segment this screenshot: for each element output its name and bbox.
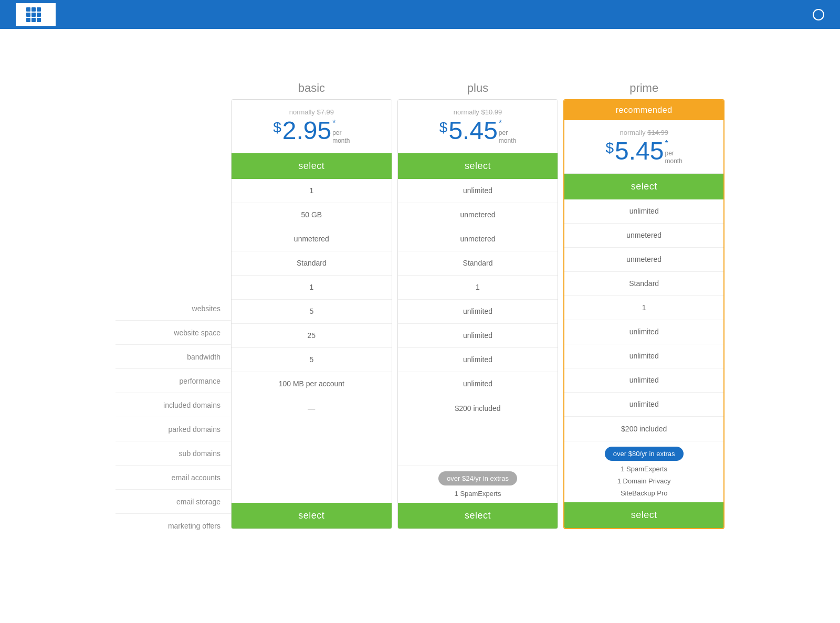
feature-cell-basic-4: 1 [232,276,392,300]
plan-pricing-plus: normally $10.99$5.45*permonth [398,100,558,153]
feature-cell-basic-8: 100 MB per account [232,372,392,396]
feature-cell-plus-1: unmetered [398,203,558,227]
extras-item-plus-0: 1 SpamExperts [455,490,501,498]
feature-cell-basic-6: 25 [232,324,392,348]
plan-col-basic: basicnormally $7.99$2.95*permonthselect1… [231,76,392,529]
plan-extras-plus: over $24/yr in extras1 SpamExperts [398,466,558,498]
feature-cell-plus-9: $200 included [398,396,558,420]
plan-box-plus: normally $10.99$5.45*permonthselectunlim… [397,99,559,529]
price-amount-plus: 5.45 [448,118,497,143]
select-button-bottom-prime[interactable]: select [564,502,723,528]
feature-cell-prime-9: $200 included [564,417,723,441]
site-header [0,0,840,29]
select-button-bottom-basic[interactable]: select [232,503,392,529]
feature-cell-prime-2: unmetered [564,248,723,272]
feature-label-websites: websites [116,297,231,321]
select-button-top-plus[interactable]: select [398,153,558,179]
feature-cell-prime-1: unmetered [564,224,723,248]
feature-cell-plus-2: unmetered [398,227,558,251]
feature-label-marketing-offers: marketing offers [116,514,231,538]
feature-cell-basic-3: Standard [232,251,392,276]
plan-box-basic: normally $7.99$2.95*permonthselect150 GB… [231,99,392,529]
feature-cell-basic-5: 5 [232,300,392,324]
select-button-top-prime[interactable]: select [564,174,723,199]
feature-cell-prime-4: 1 [564,296,723,320]
plan-features-plus: unlimitedunmeteredunmeteredStandard1unli… [398,179,558,466]
plan-pricing-prime: normally $14.99$5.45*permonth [564,120,723,174]
extras-badge-prime: over $80/yr in extras [605,447,684,461]
plan-header-plus: plus [397,76,559,99]
select-button-top-basic[interactable]: select [232,153,392,179]
feature-label-website-space: website space [116,321,231,345]
logo-area [16,3,56,26]
plan-normally-plus: normally $10.99 [403,108,553,116]
plan-normally-basic: normally $7.99 [237,108,386,116]
feature-cell-plus-0: unlimited [398,179,558,203]
feature-labels-column: websiteswebsite spacebandwidthperformanc… [116,76,231,538]
plan-name-basic: basic [231,76,392,99]
plan-features-prime: unlimitedunmeteredunmeteredStandard1unli… [564,199,723,441]
plan-extras-prime: over $80/yr in extras1 SpamExperts1 Doma… [564,441,723,497]
chat-button[interactable] [810,9,824,20]
plans-wrapper: websiteswebsite spacebandwidthperformanc… [116,76,724,538]
plan-features-basic: 150 GBunmeteredStandard15255100 MB per a… [232,179,392,498]
feature-cell-prime-3: Standard [564,272,723,296]
price-suffix-plus: *permonth [499,118,516,147]
feature-label-performance: performance [116,369,231,393]
plan-header-basic: basic [231,76,392,99]
feature-label-bandwidth: bandwidth [116,345,231,369]
price-amount-basic: 2.95 [282,118,331,143]
dollar-sign-basic: $ [273,120,281,135]
feature-label-sub-domains: sub domains [116,441,231,466]
extras-item-prime-2: SiteBackup Pro [621,489,668,497]
plan-box-prime: recommendednormally $14.99$5.45*permonth… [563,99,724,529]
feature-cell-plus-8: unlimited [398,372,558,396]
plan-name-prime: prime [563,76,724,99]
feature-cell-plus-3: Standard [398,251,558,276]
feature-label-parked-domains: parked domains [116,417,231,441]
plan-col-prime: primerecommendednormally $14.99$5.45*per… [563,76,724,529]
feature-label-email-storage: email storage [116,490,231,514]
price-amount-prime: 5.45 [615,139,664,164]
dollar-sign-prime: $ [606,141,614,155]
feature-cell-basic-2: unmetered [232,227,392,251]
main-content: websiteswebsite spacebandwidthperformanc… [105,29,735,569]
plans-columns: basicnormally $7.99$2.95*permonthselect1… [231,76,724,529]
extras-badge-plus: over $24/yr in extras [438,471,517,485]
logo-grid-icon [26,7,41,22]
dollar-sign-plus: $ [439,120,448,135]
feature-cell-prime-0: unlimited [564,199,723,224]
plan-name-plus: plus [397,76,559,99]
plan-pricing-basic: normally $7.99$2.95*permonth [232,100,392,153]
plan-price-row-prime: $5.45*permonth [570,139,718,168]
select-button-bottom-plus[interactable]: select [398,503,558,529]
plan-header-prime: prime [563,76,724,99]
feature-cell-prime-7: unlimited [564,368,723,393]
feature-cell-plus-6: unlimited [398,324,558,348]
plan-price-row-plus: $5.45*permonth [403,118,553,147]
feature-cell-plus-5: unlimited [398,300,558,324]
feature-cell-prime-5: unlimited [564,320,723,344]
feature-cell-prime-8: unlimited [564,393,723,417]
feature-cell-basic-0: 1 [232,179,392,203]
plan-normally-prime: normally $14.99 [570,129,718,136]
extras-item-prime-0: 1 SpamExperts [621,465,667,473]
feature-cell-plus-7: unlimited [398,348,558,372]
feature-cell-prime-6: unlimited [564,344,723,368]
feature-cell-basic-7: 5 [232,348,392,372]
feature-cell-basic-1: 50 GB [232,203,392,227]
price-suffix-prime: *permonth [665,139,682,168]
feature-cell-plus-4: 1 [398,276,558,300]
plan-col-plus: plusnormally $10.99$5.45*permonthselectu… [397,76,559,529]
feature-cell-basic-9: — [232,396,392,420]
extras-item-prime-1: 1 Domain Privacy [617,477,671,485]
feature-label-email-accounts: email accounts [116,466,231,490]
recommended-badge: recommended [564,100,723,120]
plan-price-row-basic: $2.95*permonth [237,118,386,147]
price-suffix-basic: *permonth [332,118,350,147]
chat-bubble-icon [813,9,824,20]
feature-label-included-domains: included domains [116,393,231,417]
